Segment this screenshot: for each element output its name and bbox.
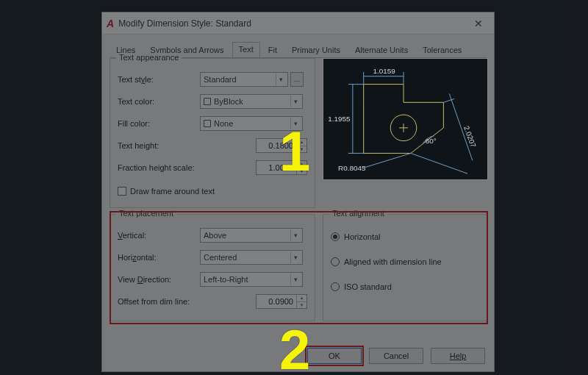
fill-color-combo[interactable]: None ▾	[200, 116, 303, 131]
alignment-aligned-label: Aligned with dimension line	[344, 257, 442, 266]
group-label: Text placement	[116, 209, 176, 218]
vertical-value: Above	[204, 231, 226, 240]
tab-primary-units[interactable]: Primary Units	[285, 43, 347, 58]
vertical-combo[interactable]: Above ▾	[200, 228, 303, 243]
tab-text[interactable]: Text	[232, 42, 260, 57]
alignment-horizontal-label: Horizontal	[344, 232, 381, 241]
svg-line-10	[443, 99, 454, 102]
alignment-aligned-radio[interactable]: Aligned with dimension line	[331, 257, 480, 266]
radio-icon	[331, 257, 340, 266]
fraction-height-value: 1.0000	[268, 163, 293, 172]
text-color-value: ByBlock	[214, 97, 243, 106]
stepper-icon[interactable]: ▲▼	[296, 161, 306, 174]
group-label: Text appearance	[116, 53, 182, 62]
window-title: Modify Dimension Style: Standard	[118, 18, 467, 29]
stepper-icon[interactable]: ▲▼	[296, 139, 306, 152]
svg-line-11	[411, 153, 467, 174]
horizontal-combo[interactable]: Centered ▾	[200, 250, 303, 265]
preview-dim-right: 2.0207	[462, 125, 478, 149]
group-label: Text alignment	[329, 209, 387, 218]
text-style-browse-button[interactable]: …	[290, 72, 304, 87]
preview-dim-radius: R0.8045	[338, 164, 366, 172]
radio-icon	[331, 232, 340, 241]
preview-dim-top: 1.0159	[373, 67, 396, 75]
vertical-label: Vertical:	[118, 231, 200, 240]
draw-frame-checkbox[interactable]	[118, 187, 126, 196]
color-swatch-icon	[204, 98, 211, 105]
preview-dim-angle: 60°	[426, 137, 437, 145]
dimension-style-dialog: A Modify Dimension Style: Standard ✕ Lin…	[101, 12, 495, 372]
tab-tolerances[interactable]: Tolerances	[416, 43, 468, 58]
chevron-down-icon: ▾	[290, 229, 301, 241]
alignment-iso-radio[interactable]: ISO standard	[331, 282, 480, 291]
text-color-combo[interactable]: ByBlock ▾	[200, 94, 303, 109]
titlebar: A Modify Dimension Style: Standard ✕	[102, 12, 494, 35]
text-style-label: Text style:	[118, 75, 200, 84]
horizontal-value: Centered	[204, 253, 237, 262]
chevron-down-icon: ▾	[290, 118, 301, 129]
fill-color-value: None	[214, 119, 233, 128]
group-text-alignment: Text alignment Horizontal Aligned with d…	[323, 214, 488, 321]
fraction-height-label: Fraction height scale:	[118, 163, 213, 172]
stepper-icon[interactable]: ▲▼	[296, 295, 306, 308]
preview-dim-left: 1.1955	[328, 115, 351, 123]
autocad-logo-icon: A	[107, 18, 114, 29]
offset-label: Offset from dim line:	[118, 297, 213, 306]
group-text-placement: Text placement Vertical: Above ▾ Horizon…	[110, 214, 315, 321]
help-button[interactable]: Help	[431, 348, 485, 364]
horizontal-label: Horizontal:	[118, 253, 200, 262]
offset-spinner[interactable]: 0.0900 ▲▼	[256, 294, 307, 309]
fraction-height-spinner[interactable]: 1.0000 ▲▼	[256, 160, 307, 175]
text-style-combo[interactable]: Standard ▾	[200, 72, 288, 87]
draw-frame-label: Draw frame around text	[130, 187, 215, 196]
close-button[interactable]: ✕	[467, 16, 490, 31]
text-height-spinner[interactable]: 0.1800 ▲▼	[256, 138, 307, 153]
alignment-horizontal-radio[interactable]: Horizontal	[331, 232, 480, 241]
group-text-appearance: Text appearance Text style: Standard ▾ ……	[110, 58, 315, 208]
radio-icon	[331, 282, 340, 291]
tab-fit[interactable]: Fit	[262, 43, 284, 58]
svg-line-12	[364, 153, 411, 168]
text-height-value: 0.1800	[268, 141, 293, 150]
alignment-iso-label: ISO standard	[344, 282, 392, 291]
color-swatch-icon	[204, 120, 211, 127]
dialog-body: Text appearance Text style: Standard ▾ ……	[110, 58, 487, 338]
chevron-down-icon: ▾	[290, 251, 301, 263]
dialog-button-row: OK Cancel Help	[300, 348, 485, 364]
dimension-preview: 1.0159 1.1955 2.0207 60° R0.8045	[323, 58, 488, 180]
chevron-down-icon: ▾	[290, 96, 301, 107]
view-direction-combo[interactable]: Left-to-Right ▾	[200, 272, 303, 287]
text-height-label: Text height:	[118, 141, 200, 150]
offset-value: 0.0900	[268, 297, 293, 306]
text-style-value: Standard	[204, 75, 237, 84]
tab-alternate-units[interactable]: Alternate Units	[348, 43, 415, 58]
view-direction-value: Left-to-Right	[204, 275, 248, 284]
chevron-down-icon: ▾	[276, 74, 286, 85]
fill-color-label: Fill color:	[118, 119, 200, 128]
view-direction-label: View Direction:	[118, 275, 200, 284]
ok-button[interactable]: OK	[307, 348, 362, 364]
chevron-down-icon: ▾	[290, 274, 301, 285]
cancel-button[interactable]: Cancel	[369, 348, 423, 364]
text-color-label: Text color:	[118, 97, 200, 106]
